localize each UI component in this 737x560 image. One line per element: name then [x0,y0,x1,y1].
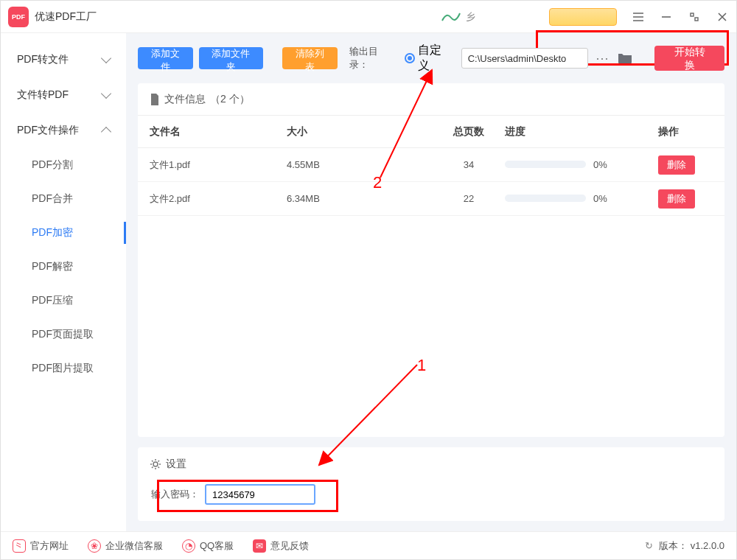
col-header-name: 文件名 [150,125,287,139]
sidebar-item-image-extract[interactable]: PDF图片提取 [1,351,126,385]
col-header-action: 操作 [658,125,713,139]
sidebar-group-label: PDF文件操作 [17,124,79,137]
refresh-icon[interactable]: ↻ [645,540,653,551]
globe-icon: ⺀ [13,539,26,553]
sidebar-item-label: PDF加密 [32,226,73,239]
chevron-up-icon [101,127,111,137]
sidebar: PDF转文件 文件转PDF PDF文件操作 PDF分割 PDF合并 PDF加密 … [1,33,126,531]
add-file-button[interactable]: 添加文件 [138,47,193,69]
footer-link-label: 企业微信客服 [105,539,163,553]
sidebar-item-compress[interactable]: PDF压缩 [1,284,126,318]
qq-icon: ◔ [182,539,195,553]
footer-link-qq[interactable]: ◔ QQ客服 [182,539,234,553]
titlebar: PDF 优速PDF工厂 乡 [1,1,736,33]
cell-size: 6.34MB [287,193,433,204]
table-header: 文件名 大小 总页数 进度 操作 [138,116,724,148]
sidebar-item-merge[interactable]: PDF合并 [1,182,126,216]
radio-icon [405,53,415,63]
password-input[interactable] [205,484,315,505]
sidebar-group-label: 文件转PDF [17,88,69,102]
sidebar-item-label: PDF图片提取 [32,362,94,375]
col-header-pages: 总页数 [433,125,505,139]
sidebar-item-page-extract[interactable]: PDF页面提取 [1,318,126,351]
add-folder-button[interactable]: 添加文件夹 [199,47,263,69]
file-icon [150,94,160,105]
cell-progress: 0% [505,159,658,170]
table-row: 文件2.pdf 6.34MB 22 0% 删除 [138,182,724,216]
sidebar-item-label: PDF分割 [32,158,73,172]
footer-link-label: QQ客服 [200,539,234,553]
cell-name: 文件2.pdf [150,192,287,206]
footer-link-official[interactable]: ⺀ 官方网址 [13,539,69,553]
sidebar-item-split[interactable]: PDF分割 [1,148,126,182]
app-logo: PDF [8,7,29,27]
chevron-down-icon [101,88,111,99]
progress-bar [505,195,586,202]
output-dir-label: 输出目录： [349,45,396,71]
content-area: 添加文件 添加文件夹 清除列表 输出目录： 自定义 ⋯ 开始转换 文件信息 （2 [126,33,736,531]
sidebar-item-label: PDF页面提取 [32,328,94,341]
annotation-number-2: 2 [373,173,382,192]
clear-list-button[interactable]: 清除列表 [282,47,338,69]
annotation-number-1: 1 [417,356,426,375]
delete-button[interactable]: 删除 [658,189,695,209]
progress-text: 0% [593,159,607,170]
col-header-progress: 进度 [505,125,658,139]
sidebar-group-pdf-ops[interactable]: PDF文件操作 [1,113,126,148]
settings-title: 设置 [150,458,713,471]
open-folder-button[interactable] [617,51,633,66]
password-label: 输入密码： [151,488,199,501]
sidebar-item-label: PDF压缩 [32,294,73,307]
svg-rect-1 [691,13,694,16]
minimize-icon[interactable] [660,10,673,24]
settings-title-text: 设置 [166,458,186,471]
progress-bar [505,161,586,168]
password-row: 输入密码： [150,484,713,505]
maximize-icon[interactable] [688,10,701,24]
sidebar-item-label: PDF合并 [32,192,73,206]
footer: ⺀ 官方网址 ❀ 企业微信客服 ◔ QQ客服 ✉ 意见反馈 ↻ 版本： v1.2… [1,531,736,559]
start-convert-button[interactable]: 开始转换 [654,46,724,71]
cell-pages: 34 [433,159,505,170]
cell-pages: 22 [433,193,505,204]
decorative-icon [441,9,461,25]
sidebar-item-label: PDF解密 [32,260,73,273]
sidebar-group-file-to-pdf[interactable]: 文件转PDF [1,77,126,113]
cell-name: 文件1.pdf [150,158,287,172]
radio-label: 自定义 [418,43,453,74]
output-custom-radio[interactable]: 自定义 [405,43,452,74]
footer-link-label: 意见反馈 [270,539,309,553]
file-panel-count: （2 个） [210,93,250,106]
feedback-icon: ✉ [253,539,266,553]
version-label: 版本： [659,539,688,553]
vip-pill[interactable] [549,8,617,26]
version-value: v1.2.0.0 [691,540,724,551]
svg-point-3 [153,462,158,466]
toolbar: 添加文件 添加文件夹 清除列表 输出目录： 自定义 ⋯ 开始转换 [138,43,724,73]
svg-rect-2 [695,18,698,21]
footer-link-label: 官方网址 [30,539,69,553]
wechat-icon: ❀ [88,539,101,553]
sidebar-group-pdf-to-file[interactable]: PDF转文件 [1,42,126,77]
file-panel: 文件信息 （2 个） 文件名 大小 总页数 进度 操作 文件1.pdf 4.55… [138,83,724,437]
sidebar-group-label: PDF转文件 [17,53,69,66]
sidebar-item-encrypt[interactable]: PDF加密 [1,216,126,250]
close-icon[interactable] [716,10,729,24]
output-path-input[interactable] [461,48,588,69]
cell-progress: 0% [505,193,658,204]
menu-icon[interactable] [632,10,645,24]
file-panel-title-text: 文件信息 [164,93,206,106]
progress-text: 0% [593,193,607,204]
gear-icon [150,458,161,470]
table-row: 文件1.pdf 4.55MB 34 0% 删除 [138,148,724,182]
cell-size: 4.55MB [287,159,433,170]
chevron-down-icon [101,53,111,63]
footer-link-wechat[interactable]: ❀ 企业微信客服 [88,539,163,553]
browse-ellipsis-button[interactable]: ⋯ [594,50,611,66]
footer-link-feedback[interactable]: ✉ 意见反馈 [253,539,309,553]
settings-panel: 设置 输入密码： [138,447,724,521]
delete-button[interactable]: 删除 [658,155,695,175]
file-panel-title: 文件信息 （2 个） [138,83,724,116]
sidebar-item-decrypt[interactable]: PDF解密 [1,250,126,284]
col-header-size: 大小 [287,125,433,139]
